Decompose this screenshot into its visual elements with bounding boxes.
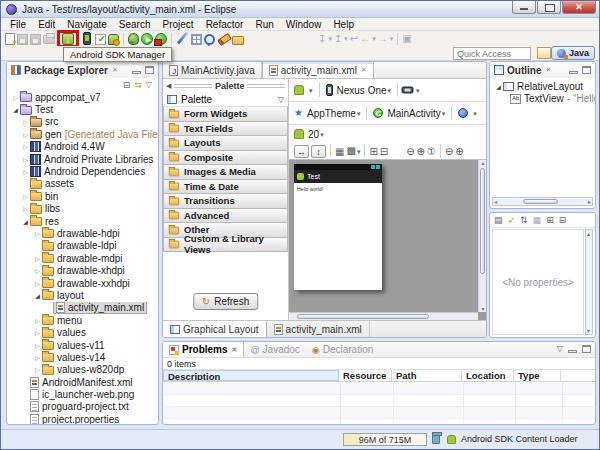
- outline-item-textview[interactable]: TextView - "Hello w: [490, 92, 595, 104]
- tree-item[interactable]: drawable-xhdpi: [7, 264, 158, 276]
- tree-item[interactable]: values-w820dp: [7, 364, 158, 376]
- expander-icon[interactable]: [21, 168, 30, 175]
- expander-icon[interactable]: [11, 94, 20, 101]
- zoom-real-size-icon[interactable]: ⊟: [380, 145, 388, 158]
- expander-icon[interactable]: [33, 255, 42, 262]
- minimize-button[interactable]: [512, 1, 536, 14]
- tree-item[interactable]: assets: [7, 178, 158, 190]
- orientation-icon[interactable]: [402, 87, 414, 94]
- tree-item[interactable]: proguard-project.txt: [7, 401, 158, 413]
- run-icon[interactable]: [141, 33, 153, 45]
- palette-category-transitions[interactable]: Transitions: [163, 194, 288, 209]
- properties-vertical-scrollbar[interactable]: [585, 229, 593, 335]
- device-selector[interactable]: Nexus One: [337, 85, 392, 96]
- expander-icon[interactable]: [21, 143, 30, 150]
- tab-declaration[interactable]: ◉ Declaration: [306, 342, 379, 357]
- minimize-view-icon[interactable]: [569, 71, 578, 74]
- zoom-100-icon[interactable]: ①: [427, 146, 436, 157]
- save-icon[interactable]: [17, 34, 28, 45]
- expander-icon[interactable]: [33, 317, 42, 324]
- phone-preview[interactable]: Test Hello world!: [294, 164, 382, 290]
- tree-item[interactable]: bin: [7, 190, 158, 202]
- tree-item[interactable]: src: [7, 116, 158, 128]
- canvas-vertical-scrollbar[interactable]: [478, 160, 486, 312]
- palette-category-custom-library-views[interactable]: Custom & Library Views: [163, 238, 288, 253]
- last-edit-location-icon[interactable]: ↩: [350, 33, 358, 44]
- tree-item[interactable]: drawable-hdpi: [7, 227, 158, 239]
- open-type-icon[interactable]: [204, 34, 215, 45]
- expander-icon[interactable]: [33, 366, 42, 373]
- phone-body[interactable]: Hello world!: [294, 183, 382, 195]
- tab-problems[interactable]: Problems ✕: [163, 342, 244, 357]
- previous-annotation-icon[interactable]: ↥: [334, 33, 342, 44]
- config-icon[interactable]: [294, 85, 304, 95]
- tree-item[interactable]: drawable-ldpi: [7, 240, 158, 252]
- tree-item[interactable]: values: [7, 326, 158, 338]
- palette-category-form-widgets[interactable]: Form Widgets: [163, 107, 288, 122]
- palette-category-advanced[interactable]: Advanced: [163, 209, 288, 224]
- expander-icon[interactable]: [33, 292, 42, 299]
- tree-item[interactable]: Android Private Libraries: [7, 153, 158, 165]
- palette-category-time-date[interactable]: Time & Date: [163, 180, 288, 195]
- search-icon[interactable]: [217, 32, 230, 45]
- expander-icon[interactable]: [11, 106, 20, 113]
- tree-item[interactable]: libs: [7, 203, 158, 215]
- save-all-icon[interactable]: [30, 34, 41, 45]
- close-view-icon[interactable]: ✕: [232, 346, 238, 354]
- menu-help[interactable]: Help: [327, 18, 360, 31]
- collapse-all-icon[interactable]: ⊟: [559, 215, 567, 225]
- tree-item[interactable]: Test: [7, 103, 158, 115]
- zoom-out-icon[interactable]: ⊖: [406, 146, 414, 157]
- zoom-out-small-icon[interactable]: ⊖: [445, 146, 453, 157]
- close-tab-icon[interactable]: ✕: [361, 66, 367, 74]
- lint-icon[interactable]: [108, 34, 119, 45]
- pin-editor-icon[interactable]: ▣: [402, 33, 411, 44]
- tree-item[interactable]: gen[Generated Java Files]: [7, 128, 158, 140]
- tree-item[interactable]: menu: [7, 314, 158, 326]
- tree-item[interactable]: AndroidManifest.xml: [7, 376, 158, 388]
- print-icon[interactable]: [43, 35, 55, 44]
- menu-run[interactable]: Run: [249, 18, 279, 31]
- palette-category-images-media[interactable]: Images & Media: [163, 165, 288, 180]
- java-perspective-button[interactable]: Java: [551, 46, 595, 60]
- expander-icon[interactable]: [33, 230, 42, 237]
- design-canvas[interactable]: Test Hello world!: [289, 160, 486, 320]
- menu-refactor[interactable]: Refactor: [200, 18, 250, 31]
- tree-item[interactable]: project.properties: [7, 413, 158, 425]
- expander-icon[interactable]: [33, 354, 42, 361]
- maximize-button[interactable]: [537, 1, 561, 14]
- outline-horizontal-scrollbar[interactable]: [492, 197, 593, 206]
- menu-window[interactable]: Window: [280, 18, 328, 31]
- tree-item-selected[interactable]: activity_main.xml: [7, 302, 158, 314]
- menu-search[interactable]: Search: [113, 18, 157, 31]
- zoom-to-fit-icon[interactable]: ⊞: [369, 145, 377, 158]
- locale-icon[interactable]: [458, 108, 468, 118]
- close-view-icon[interactable]: ✕: [112, 66, 118, 74]
- view-menu-icon[interactable]: ▽: [146, 80, 152, 90]
- collapse-all-icon[interactable]: ⊟: [123, 80, 131, 90]
- column-location[interactable]: Location: [462, 370, 514, 381]
- refresh-button[interactable]: ↻ Refresh: [193, 293, 258, 310]
- close-button[interactable]: [562, 1, 596, 14]
- maximize-view-icon[interactable]: [145, 66, 154, 74]
- expand-all-icon[interactable]: ⊞: [546, 215, 554, 225]
- tab-graphical-layout[interactable]: Graphical Layout: [163, 321, 267, 337]
- new-wizard-icon[interactable]: [5, 33, 15, 45]
- view-menu-icon[interactable]: ▽: [557, 344, 563, 353]
- theme-selector[interactable]: AppTheme: [307, 108, 360, 119]
- collapse-palette-icon[interactable]: ◀: [166, 82, 171, 90]
- textview-hello-world[interactable]: Hello world!: [297, 186, 379, 192]
- close-view-icon[interactable]: ✕: [545, 66, 551, 74]
- quick-access-input[interactable]: [453, 47, 531, 60]
- show-advanced-icon[interactable]: ▦: [533, 215, 542, 225]
- forward-icon[interactable]: →: [378, 33, 388, 44]
- expander-icon[interactable]: [494, 83, 503, 90]
- minimize-view-icon[interactable]: [132, 71, 141, 74]
- show-grid-icon[interactable]: ▦: [335, 145, 344, 158]
- outline-item-relativelayout[interactable]: RelativeLayout: [490, 80, 595, 92]
- expander-icon[interactable]: [21, 118, 30, 125]
- canvas-horizontal-scrollbar[interactable]: [289, 312, 478, 320]
- tree-item[interactable]: ic_launcher-web.png: [7, 388, 158, 400]
- expander-icon[interactable]: [21, 218, 30, 225]
- tree-item[interactable]: res: [7, 215, 158, 227]
